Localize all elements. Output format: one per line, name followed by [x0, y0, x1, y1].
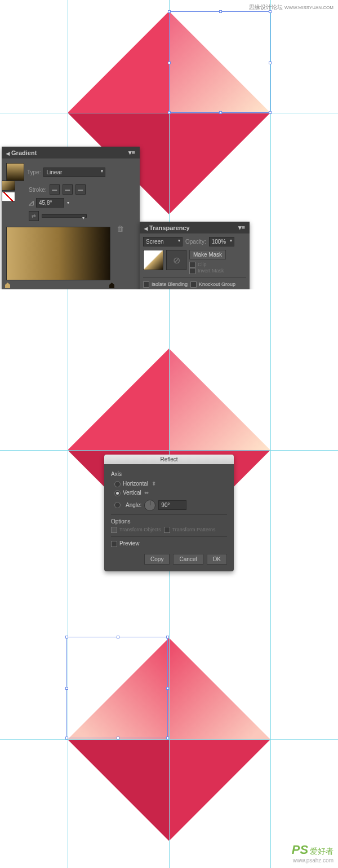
handle[interactable]: [219, 10, 222, 13]
aspect-select[interactable]: [42, 214, 87, 218]
gradient-stop[interactable]: [5, 283, 10, 288]
artwork-thumb[interactable]: [143, 250, 163, 270]
stroke-option-icon[interactable]: ▬: [63, 184, 73, 195]
handle[interactable]: [117, 636, 119, 638]
horizontal-label: Horizontal: [123, 481, 148, 487]
isolate-label: Isolate Blending: [152, 281, 188, 287]
panel-menu-icon[interactable]: ▾≡: [238, 224, 245, 231]
guide-vertical: [270, 0, 271, 289]
stroke-option-icon[interactable]: ▬: [75, 184, 86, 195]
preview-label: Preview: [119, 540, 140, 547]
copy-button[interactable]: Copy: [144, 554, 170, 565]
handle[interactable]: [269, 111, 272, 114]
angle-input[interactable]: 90°: [158, 500, 186, 510]
reflect-dialog: Reflect Axis Horizontal ⬍ Vertical ⬌ Ang…: [104, 455, 234, 571]
handle[interactable]: [65, 737, 68, 739]
invert-mask-label: Invert Mask: [198, 268, 224, 274]
panel-header[interactable]: ◀ Gradient ▾≡: [2, 147, 140, 158]
transform-objects-label: Transform Objects: [119, 527, 161, 532]
stroke-label: Stroke:: [29, 187, 47, 193]
mask-thumb[interactable]: ⊘: [166, 250, 186, 270]
cancel-button[interactable]: Cancel: [173, 554, 203, 565]
panel-menu-icon[interactable]: ▾≡: [128, 149, 135, 156]
options-label: Options: [111, 518, 227, 525]
clip-label: Clip: [198, 262, 207, 267]
dialog-title[interactable]: Reflect: [104, 455, 234, 464]
gradient-preview[interactable]: [6, 227, 110, 280]
handle[interactable]: [219, 111, 222, 114]
handle[interactable]: [168, 10, 171, 13]
axis-label: Axis: [111, 471, 227, 477]
panel-title: Gradient: [11, 149, 37, 156]
ok-button[interactable]: OK: [207, 554, 227, 565]
transform-objects-checkbox[interactable]: [111, 527, 117, 533]
opacity-label: Opacity:: [185, 239, 206, 245]
reverse-icon[interactable]: ⇄: [29, 211, 39, 221]
face-bottom-right: [169, 739, 270, 841]
clip-checkbox[interactable]: [189, 262, 195, 268]
angle-label: Angle:: [126, 502, 141, 508]
guide-vertical: [270, 289, 271, 579]
gradient-stop[interactable]: [109, 283, 114, 288]
invert-mask-checkbox[interactable]: [189, 268, 195, 274]
handle[interactable]: [269, 61, 272, 64]
knockout-checkbox[interactable]: [190, 281, 197, 288]
selection-box[interactable]: [66, 637, 168, 738]
panel-header[interactable]: ◀ Transparency ▾≡: [140, 222, 250, 233]
guide-vertical: [169, 579, 170, 868]
watermark-top: 思缘设计论坛 WWW.MISSYUAN.COM: [249, 3, 333, 11]
gradient-swatch[interactable]: [6, 163, 24, 181]
selection-box[interactable]: [169, 11, 270, 113]
guide-vertical: [270, 579, 271, 868]
type-select[interactable]: Linear: [43, 168, 105, 177]
handle[interactable]: [166, 687, 169, 690]
handle[interactable]: [166, 636, 169, 638]
canvas-step-3: PS 爱好者 www.psahz.com: [0, 579, 338, 868]
face-top-left: [68, 11, 169, 113]
horizontal-radio[interactable]: [114, 481, 121, 487]
face-bottom-right: [169, 113, 270, 214]
handle[interactable]: [168, 111, 171, 114]
preview-checkbox[interactable]: [111, 541, 117, 547]
handle[interactable]: [168, 61, 171, 64]
face-top-right: [169, 349, 270, 450]
transform-patterns-checkbox[interactable]: [164, 527, 170, 533]
blend-mode-select[interactable]: Screen: [143, 237, 183, 246]
fill-swatch[interactable]: [2, 180, 15, 191]
watermark-bottom: PS 爱好者 www.psahz.com: [292, 843, 333, 863]
face-top-right: [169, 638, 270, 739]
gradient-panel: ◀ Gradient ▾≡ Type: Linear Stroke: ▬ ▬ ▬…: [2, 147, 140, 289]
knockout-label: Knockout Group: [199, 281, 235, 287]
guide-vertical: [68, 289, 68, 579]
vertical-label: Vertical: [123, 490, 141, 496]
handle[interactable]: [65, 687, 68, 690]
face-bottom-left: [68, 739, 169, 841]
fill-stroke-tools: [2, 180, 15, 202]
type-label: Type:: [27, 169, 41, 175]
angle-dial[interactable]: [144, 500, 155, 511]
stroke-option-icon[interactable]: ▬: [50, 184, 60, 195]
angle-input[interactable]: 45,8°: [36, 198, 64, 208]
isolate-checkbox[interactable]: [143, 281, 149, 288]
transform-patterns-label: Transform Patterns: [172, 527, 216, 532]
opacity-input[interactable]: 100%: [209, 237, 234, 246]
handle[interactable]: [65, 636, 68, 638]
transparency-panel: ◀ Transparency ▾≡ Screen Opacity: 100% ⊘…: [140, 222, 250, 289]
canvas-step-1: 思缘设计论坛 WWW.MISSYUAN.COM ◀ Gradient ▾≡: [0, 0, 338, 289]
none-swatch[interactable]: [2, 192, 15, 202]
canvas-step-2: Reflect Axis Horizontal ⬍ Vertical ⬌ Ang…: [0, 289, 338, 579]
panel-title: Transparency: [149, 224, 190, 231]
vertical-radio[interactable]: [114, 490, 121, 496]
handle[interactable]: [166, 737, 169, 739]
gradient-slider[interactable]: [6, 283, 113, 287]
face-top-left: [68, 349, 169, 450]
angle-radio[interactable]: [114, 502, 121, 508]
handle[interactable]: [117, 737, 119, 739]
trash-icon[interactable]: 🗑: [117, 224, 124, 233]
make-mask-button[interactable]: Make Mask: [189, 250, 226, 259]
